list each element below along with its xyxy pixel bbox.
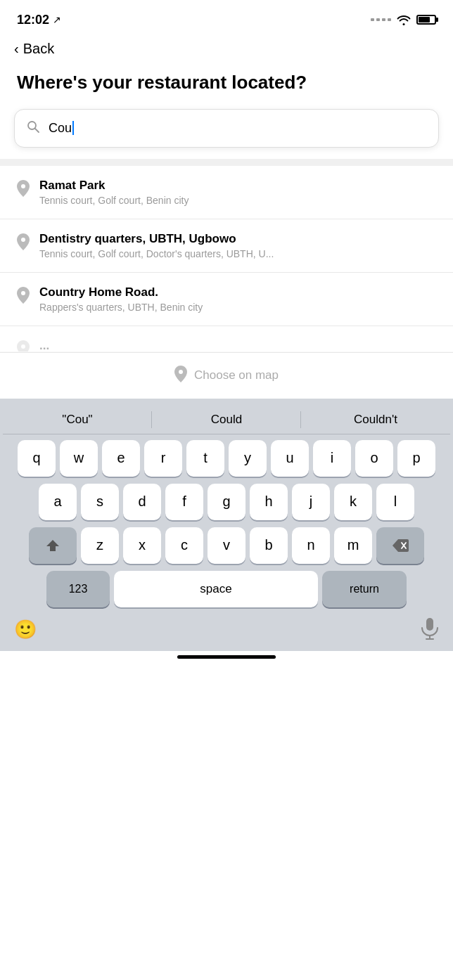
key-v[interactable]: v: [208, 527, 245, 564]
autocomplete-item-2[interactable]: Couldn't: [301, 406, 450, 434]
key-s[interactable]: s: [81, 484, 119, 520]
key-z[interactable]: z: [81, 527, 119, 564]
back-button[interactable]: ‹ Back: [0, 35, 453, 63]
result-item-1[interactable]: Dentistry quarters, UBTH, Ugbowo Tennis …: [0, 219, 453, 273]
delete-key[interactable]: [376, 527, 424, 564]
shift-key[interactable]: [29, 527, 77, 564]
result-item-0[interactable]: Ramat Park Tennis court, Golf court, Ben…: [0, 166, 453, 219]
key-g[interactable]: g: [208, 484, 245, 520]
key-p[interactable]: p: [397, 440, 435, 477]
autocomplete-item-0[interactable]: "Cou": [3, 406, 152, 434]
key-h[interactable]: h: [250, 484, 288, 520]
key-t[interactable]: t: [186, 440, 224, 477]
svg-point-4: [21, 291, 25, 295]
autocomplete-item-1[interactable]: Could: [152, 406, 301, 434]
pin-icon-1: [17, 233, 30, 254]
svg-rect-9: [426, 618, 433, 631]
key-q[interactable]: q: [18, 440, 56, 477]
key-e[interactable]: e: [102, 440, 140, 477]
choose-on-map-button[interactable]: Choose on map: [0, 352, 453, 399]
key-k[interactable]: k: [334, 484, 372, 520]
svg-line-1: [35, 129, 39, 132]
key-j[interactable]: j: [292, 484, 330, 520]
keyboard-row-4: 123 space return: [3, 571, 450, 607]
key-m[interactable]: m: [334, 527, 372, 564]
battery-icon: [416, 15, 436, 25]
emoji-icon[interactable]: 🙂: [14, 619, 37, 640]
keyboard-row-2: a s d f g h j k l: [3, 484, 450, 520]
section-divider: [0, 159, 453, 166]
pin-icon-2: [17, 287, 30, 307]
signal-icon: [371, 18, 391, 21]
pin-icon-3: [17, 340, 30, 352]
key-f[interactable]: f: [165, 484, 203, 520]
keyboard: "Cou" Could Couldn't q w e r t y u i o p…: [0, 399, 453, 651]
key-u[interactable]: u: [271, 440, 309, 477]
key-l[interactable]: l: [376, 484, 414, 520]
svg-point-5: [21, 344, 25, 349]
result-item-3-partial: ...: [0, 326, 453, 352]
status-bar: 12:02 ↗: [0, 0, 453, 35]
key-b[interactable]: b: [250, 527, 288, 564]
status-time: 12:02 ↗: [17, 13, 61, 27]
svg-point-6: [179, 370, 183, 374]
return-key[interactable]: return: [322, 571, 407, 607]
map-pin-icon: [174, 366, 187, 386]
svg-point-2: [21, 184, 25, 188]
key-y[interactable]: y: [229, 440, 267, 477]
pin-icon: [17, 180, 30, 200]
key-o[interactable]: o: [355, 440, 393, 477]
status-icons: [371, 15, 436, 25]
location-arrow-icon: ↗: [53, 14, 61, 25]
key-a[interactable]: a: [39, 484, 77, 520]
text-cursor: [72, 121, 74, 135]
keyboard-extras: 🙂: [3, 612, 450, 645]
result-text-0: Ramat Park Tennis court, Golf court, Ben…: [39, 179, 189, 206]
result-text-1: Dentistry quarters, UBTH, Ugbowo Tennis …: [39, 232, 274, 259]
key-d[interactable]: d: [123, 484, 161, 520]
choose-on-map-label: Choose on map: [194, 368, 279, 382]
back-label: Back: [23, 41, 54, 57]
key-x[interactable]: x: [123, 527, 161, 564]
key-r[interactable]: r: [144, 440, 182, 477]
search-icon: [26, 120, 40, 137]
key-n[interactable]: n: [292, 527, 330, 564]
page-title: Where's your restaurant located?: [0, 63, 453, 109]
search-box[interactable]: Cou: [14, 109, 439, 148]
key-i[interactable]: i: [313, 440, 351, 477]
result-text-3: ...: [39, 339, 49, 352]
space-key[interactable]: space: [114, 571, 318, 607]
wifi-icon: [397, 15, 411, 25]
search-container: Cou: [0, 109, 453, 159]
svg-point-0: [28, 122, 36, 129]
search-input[interactable]: Cou: [49, 121, 74, 136]
microphone-icon[interactable]: [421, 617, 439, 643]
keyboard-row-1: q w e r t y u i o p: [3, 440, 450, 477]
numeric-key[interactable]: 123: [46, 571, 110, 607]
autocomplete-bar: "Cou" Could Couldn't: [3, 406, 450, 434]
svg-point-3: [21, 238, 25, 242]
results-list: Ramat Park Tennis court, Golf court, Ben…: [0, 166, 453, 352]
result-item-2[interactable]: Country Home Road. Rappers's quarters, U…: [0, 273, 453, 326]
result-text-2: Country Home Road. Rappers's quarters, U…: [39, 285, 203, 313]
key-c[interactable]: c: [165, 527, 203, 564]
home-indicator: [177, 655, 276, 659]
keyboard-row-3: z x c v b n m: [3, 527, 450, 564]
back-chevron-icon: ‹: [14, 41, 19, 57]
key-w[interactable]: w: [60, 440, 98, 477]
